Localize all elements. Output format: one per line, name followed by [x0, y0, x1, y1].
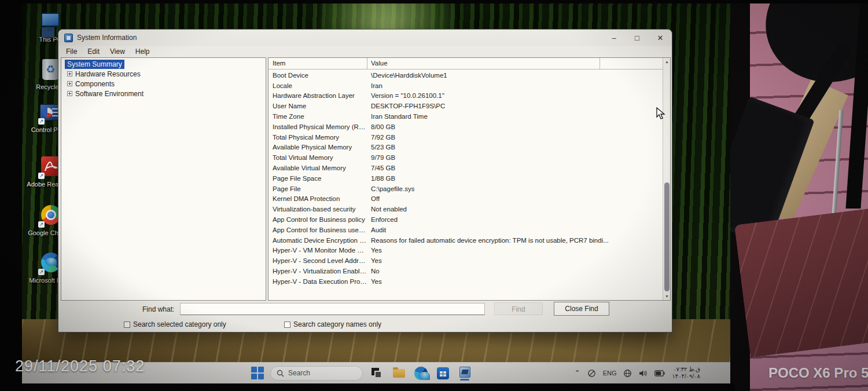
- expand-plus-icon[interactable]: [67, 71, 72, 76]
- table-body: Boot Device\Device\HarddiskVolume1Locale…: [269, 70, 663, 300]
- item-cell: Available Physical Memory: [269, 144, 367, 151]
- table-row[interactable]: Virtualization-based securityNot enabled: [269, 204, 663, 214]
- task-view-button[interactable]: [369, 366, 385, 381]
- photo-frame: This PC ♻ Recycle B ↗ Control Panel: [0, 0, 868, 391]
- tree-item-hardware-resources[interactable]: Hardware Resources: [61, 69, 266, 79]
- tree-item-system-summary[interactable]: System Summary: [61, 59, 266, 69]
- find-input[interactable]: [180, 303, 485, 315]
- minimize-button[interactable]: –: [602, 30, 626, 46]
- network-globe-icon[interactable]: [623, 369, 632, 378]
- photo-border-bottom: [0, 383, 735, 391]
- scrollbar-thumb[interactable]: [664, 182, 670, 291]
- speaker-icon[interactable]: [639, 370, 648, 377]
- column-divider[interactable]: [367, 58, 367, 69]
- menu-view[interactable]: View: [106, 47, 129, 56]
- item-cell: Locale: [269, 82, 367, 89]
- scroll-up-arrow-icon[interactable]: ▲: [663, 58, 671, 65]
- item-cell: App Control for Business user ...: [269, 226, 367, 233]
- item-cell: Available Virtual Memory: [269, 165, 367, 171]
- column-header-item[interactable]: Item: [273, 60, 285, 67]
- menu-file[interactable]: File: [62, 47, 81, 56]
- table-row[interactable]: App Control for Business policyEnforced: [269, 214, 663, 225]
- find-bar: Find what: Find Close Find Search select…: [58, 301, 672, 333]
- search-icon: [277, 370, 284, 377]
- table-row[interactable]: LocaleIran: [269, 81, 663, 91]
- photo-environment: [730, 0, 868, 391]
- find-button[interactable]: Find: [494, 302, 543, 315]
- microsoft-store-button[interactable]: [435, 366, 451, 381]
- store-icon: [437, 367, 449, 379]
- table-row[interactable]: Total Physical Memory7/92 GB: [269, 132, 663, 142]
- edge-taskbar-button[interactable]: [413, 366, 429, 381]
- search-placeholder: Search: [288, 369, 310, 377]
- battery-icon[interactable]: [654, 370, 665, 377]
- tree-item-components[interactable]: Components: [61, 79, 266, 89]
- find-what-label: Find what:: [142, 305, 174, 313]
- item-cell: Total Virtual Memory: [269, 154, 367, 161]
- checkbox-icon[interactable]: [124, 321, 130, 328]
- table-row[interactable]: Total Virtual Memory9/79 GB: [269, 152, 663, 163]
- table-row[interactable]: Boot Device\Device\HarddiskVolume1: [269, 70, 663, 81]
- tray-clock[interactable]: ق.ظ ۰۷:۳۲ ۱۴۰۴/۰۹/۰۸: [672, 366, 700, 380]
- search-category-names-checkbox[interactable]: Search category names only: [284, 320, 381, 328]
- value-cell: No: [367, 268, 380, 275]
- item-cell: User Name: [269, 103, 367, 109]
- table-row[interactable]: Hyper-V - Virtualization Enable...No: [269, 266, 663, 276]
- camera-timestamp: 29/11/2025 07:32: [15, 357, 145, 375]
- menu-bar: File Edit View Help: [58, 46, 672, 57]
- selected-tree-item: System Summary: [65, 60, 124, 69]
- menu-edit[interactable]: Edit: [83, 47, 104, 56]
- item-cell: Virtualization-based security: [269, 206, 367, 213]
- msinfo-taskbar-button[interactable]: [457, 366, 473, 381]
- vertical-scrollbar[interactable]: ▲ ▼: [663, 58, 670, 300]
- expand-plus-icon[interactable]: [67, 91, 72, 96]
- table-row[interactable]: Hyper-V - VM Monitor Mode E...Yes: [269, 246, 663, 256]
- value-cell: Iran: [367, 82, 382, 89]
- value-cell: 8/00 GB: [367, 123, 395, 130]
- table-row[interactable]: Page FileC:\pagefile.sys: [269, 184, 663, 194]
- close-find-button[interactable]: Close Find: [554, 302, 609, 316]
- category-tree-panel: System Summary Hardware Resources Compon…: [61, 57, 266, 301]
- language-indicator[interactable]: ENG: [603, 370, 617, 377]
- camera-watermark: POCO X6 Pro 5G: [768, 365, 868, 381]
- file-explorer-button[interactable]: [391, 366, 407, 381]
- tray-date: ۱۴۰۴/۰۹/۰۸: [672, 373, 700, 380]
- table-row[interactable]: Hyper-V - Data Execution Prote...Yes: [269, 276, 663, 287]
- column-header-value[interactable]: Value: [371, 60, 388, 67]
- table-row[interactable]: Installed Physical Memory (RAM)8/00 GB: [269, 122, 663, 132]
- scroll-down-arrow-icon[interactable]: ▼: [663, 293, 671, 300]
- table-row[interactable]: Page File Space1/88 GB: [269, 173, 663, 184]
- window-title: System Information: [77, 34, 137, 42]
- table-row[interactable]: Kernel DMA ProtectionOff: [269, 194, 663, 204]
- close-button[interactable]: ✕: [649, 30, 672, 46]
- table-row[interactable]: Available Physical Memory5/23 GB: [269, 142, 663, 153]
- expand-plus-icon[interactable]: [67, 81, 72, 86]
- table-row[interactable]: Available Virtual Memory7/45 GB: [269, 163, 663, 173]
- table-row[interactable]: App Control for Business user ...Audit: [269, 225, 663, 235]
- column-divider[interactable]: [599, 58, 600, 69]
- menu-help[interactable]: Help: [131, 47, 154, 56]
- taskbar-search[interactable]: Search: [270, 366, 363, 381]
- table-row[interactable]: Hyper-V - Second Level Addres...Yes: [269, 255, 663, 266]
- value-cell: Reasons for failed automatic device encr…: [367, 237, 609, 244]
- value-cell: C:\pagefile.sys: [367, 185, 414, 192]
- tree-item-software-environment[interactable]: Software Environment: [61, 89, 266, 98]
- location-off-icon[interactable]: [587, 369, 596, 378]
- msinfo-icon: [459, 367, 470, 378]
- checkbox-icon[interactable]: [284, 321, 290, 328]
- edge-icon: [414, 367, 428, 380]
- shortcut-arrow-icon: ↗: [38, 173, 45, 179]
- maximize-button[interactable]: □: [626, 30, 649, 46]
- table-row[interactable]: Time ZoneIran Standard Time: [269, 111, 663, 122]
- title-bar[interactable]: System Information – □ ✕: [58, 30, 672, 46]
- search-selected-category-checkbox[interactable]: Search selected category only: [124, 320, 226, 328]
- value-cell: Iran Standard Time: [367, 113, 428, 120]
- table-row[interactable]: User NameDESKTOP-FPH1F9S\PC: [269, 101, 663, 111]
- table-row[interactable]: Hardware Abstraction LayerVersion = "10.…: [269, 91, 663, 101]
- item-cell: Hyper-V - Virtualization Enable...: [269, 268, 367, 275]
- start-button[interactable]: [251, 367, 264, 379]
- tray-chevron-up-icon[interactable]: ⌃: [575, 369, 580, 377]
- photo-border-top: [0, 0, 868, 3]
- tree-item-label: Hardware Resources: [75, 70, 141, 78]
- table-row[interactable]: Automatic Device Encryption Su...Reasons…: [269, 235, 663, 246]
